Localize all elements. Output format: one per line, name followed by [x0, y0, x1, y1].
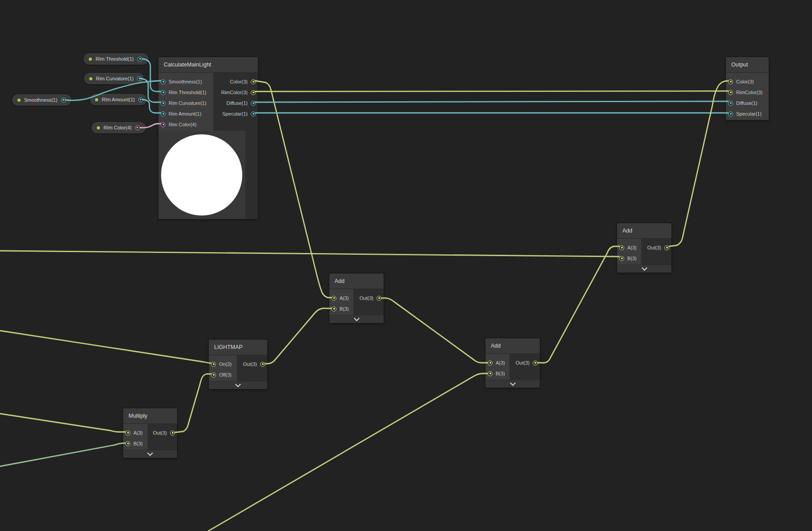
port-in-b[interactable] [125, 441, 130, 446]
port-row: Rim Color(4) [158, 119, 213, 130]
edge-calculate-main-light-diffuse-to-output-diffuse[interactable] [255, 101, 728, 102]
node-title[interactable]: Add [617, 223, 671, 239]
port-label: Out(3) [153, 430, 167, 436]
edge-multiply-out-to-lightmap-off[interactable] [175, 374, 211, 432]
port-row: A(3) [123, 427, 148, 438]
property-pill-rim-curvature[interactable]: Rim Curvature(1) [84, 73, 144, 84]
port-row: Specular(1) [213, 108, 258, 119]
edge-add-center-out-to-add-lower-a[interactable] [381, 298, 488, 363]
port-label: Off(3) [219, 372, 232, 378]
port-row: Diffuse(1) [213, 98, 258, 108]
node-title[interactable]: Add [485, 338, 540, 354]
port-in-rim-color[interactable] [161, 122, 166, 127]
port-row: Rim Amount(1) [158, 108, 213, 119]
port-in-a[interactable] [488, 361, 493, 365]
edge-add-upper-out-to-output-color[interactable] [669, 81, 728, 246]
node-title[interactable]: Multiply [123, 408, 177, 424]
port-row: B(3) [617, 253, 641, 264]
port-row: Off(3) [209, 369, 237, 380]
port-in-a[interactable] [619, 245, 624, 250]
port-out-out[interactable] [170, 431, 175, 436]
node-title[interactable]: LIGHTMAP [209, 340, 267, 355]
node-title[interactable]: CalculateMainLight [158, 57, 258, 73]
edge-offscreen-left-to-lightmap-on[interactable] [0, 331, 211, 363]
node-add-lower[interactable]: Add A(3) B(3) Out(3) [485, 338, 540, 388]
port-in-a[interactable] [331, 296, 336, 301]
port-in-rim-curvature[interactable] [161, 101, 166, 106]
node-lightmap[interactable]: LIGHTMAP On(3) Off(3) Out(3) [209, 340, 267, 389]
edge-offscreen-bottom-to-add-lower-b[interactable] [208, 373, 488, 531]
edge-lightmap-out-to-add-center-b[interactable] [265, 308, 331, 364]
edge-offscreen-left-to-multiply-b[interactable] [0, 443, 125, 466]
node-multiply[interactable]: Multiply A(3) B(3) Out(3) [123, 408, 177, 458]
port-in-smoothness[interactable] [161, 79, 166, 84]
port-label: Smoothness(1) [169, 79, 202, 84]
port-in-b[interactable] [619, 256, 624, 261]
property-pill-rim-color[interactable]: RIm Color(4) [91, 122, 146, 133]
port-label: Rim Curvature(1) [169, 100, 206, 106]
edge-offscreen-left-to-add-upper-b[interactable] [0, 251, 619, 257]
port-row: Color(3) [726, 76, 769, 87]
port-in-on[interactable] [211, 362, 216, 367]
node-output[interactable]: Output Color(3) RimColor(3) Diffuse(1) S… [726, 57, 769, 120]
property-label: Rim Curvature(1) [96, 76, 133, 81]
port-in-color[interactable] [728, 79, 733, 84]
port-label: Color(3) [230, 79, 248, 84]
property-pill-rim-threshold[interactable]: RIm Threshold(1) [83, 53, 149, 65]
port-in-a[interactable] [125, 431, 130, 436]
property-label: RIm Amount(1) [102, 97, 135, 102]
edge-calculate-main-light-rimcolor-to-output-rimcolor[interactable] [255, 91, 728, 91]
node-collapse-button[interactable] [209, 381, 267, 389]
property-label: RIm Threshold(1) [95, 56, 134, 62]
port-out-out[interactable] [533, 361, 538, 365]
edge-add-lower-out-to-add-upper-a[interactable] [538, 246, 619, 363]
port-row: Color(3) [213, 76, 258, 87]
edge-offscreen-left-to-multiply-a[interactable] [0, 414, 125, 432]
port-row: Smoothness(1) [158, 76, 213, 87]
graph-canvas[interactable]: RIm Threshold(1) Rim Curvature(1) Smooth… [0, 0, 812, 531]
property-dot [89, 58, 92, 61]
port-label: Out(3) [516, 360, 530, 365]
port-out-out[interactable] [664, 245, 669, 250]
port-out-rim-threshold[interactable] [137, 57, 142, 62]
port-in-rim-amount[interactable] [161, 112, 166, 116]
node-title[interactable]: Output [726, 57, 769, 73]
port-in-b[interactable] [488, 371, 493, 376]
port-out-rim-curvature[interactable] [137, 76, 142, 81]
property-pill-smoothness[interactable]: Smoothness(1) [12, 94, 71, 106]
port-out-out[interactable] [377, 296, 381, 301]
node-collapse-button[interactable] [123, 450, 177, 458]
node-collapse-button[interactable] [485, 380, 540, 388]
port-label: Out(3) [647, 245, 661, 250]
preview-sphere [161, 134, 242, 216]
node-collapse-button[interactable] [617, 265, 671, 273]
port-out-diffuse[interactable] [251, 101, 256, 106]
property-pill-rim-amount[interactable]: RIm Amount(1) [90, 94, 147, 105]
port-in-diffuse[interactable] [728, 101, 733, 106]
port-out-rim-color[interactable] [135, 125, 140, 130]
port-label: B(3) [133, 441, 143, 446]
port-row: RimColor(3) [213, 87, 258, 98]
node-calculate-main-light[interactable]: CalculateMainLight Smoothness(1) Rim Thr… [158, 57, 258, 219]
port-out-rim-amount[interactable] [138, 97, 143, 102]
node-add-center[interactable]: Add A(3) B(3) Out(3) [329, 274, 384, 323]
port-in-specular[interactable] [728, 112, 733, 116]
node-add-upper[interactable]: Add A(3) B(3) Out(3) [617, 223, 671, 273]
port-in-rimcolor[interactable] [728, 90, 733, 95]
port-out-color[interactable] [251, 79, 256, 84]
node-title[interactable]: Add [329, 274, 384, 289]
property-label: RIm Color(4) [104, 125, 132, 130]
port-in-off[interactable] [211, 373, 216, 378]
node-preview [158, 131, 258, 219]
port-in-rim-threshold[interactable] [161, 90, 166, 95]
port-label: Out(3) [243, 361, 257, 367]
port-out-specular[interactable] [251, 112, 256, 116]
port-out-smoothness[interactable] [61, 98, 66, 103]
port-out-rimcolor[interactable] [251, 90, 256, 95]
node-collapse-button[interactable] [329, 315, 384, 323]
property-label: Smoothness(1) [24, 97, 58, 103]
port-in-b[interactable] [331, 307, 336, 311]
property-dot [89, 77, 92, 80]
port-out-out[interactable] [260, 362, 265, 367]
edge-calculate-main-light-color-to-add-center-a[interactable] [255, 81, 331, 298]
